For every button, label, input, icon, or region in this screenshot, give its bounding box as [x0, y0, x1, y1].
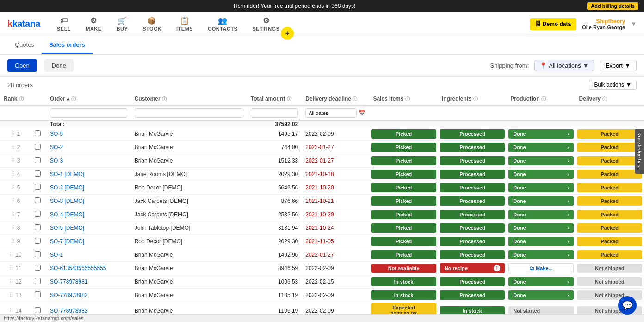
- order-link[interactable]: SO-1 [DEMO]: [50, 171, 84, 177]
- row-checkbox[interactable]: [35, 251, 41, 257]
- chevron-right-icon: ›: [567, 226, 569, 231]
- drag-handle-icon[interactable]: ⠿: [11, 158, 15, 164]
- row-checkbox[interactable]: [35, 291, 41, 297]
- settings-icon: ⚙: [263, 16, 270, 25]
- row-checkbox[interactable]: [35, 307, 41, 313]
- total-row: Total: 37592.02: [0, 121, 644, 128]
- deadline-filter-input[interactable]: [305, 108, 357, 118]
- customer-filter-input[interactable]: [135, 108, 243, 118]
- total-label-cell: [0, 121, 46, 128]
- tab-sales-orders[interactable]: Sales orders: [42, 37, 93, 54]
- order-link[interactable]: SO-5 [DEMO]: [50, 225, 84, 231]
- drag-handle-icon[interactable]: ⠿: [9, 265, 13, 271]
- drag-handle-icon[interactable]: ⠿: [11, 211, 15, 218]
- order-link[interactable]: SO-1: [50, 252, 63, 258]
- production-cell: Done›: [507, 127, 575, 141]
- order-link[interactable]: SO-2: [50, 144, 63, 151]
- sales-items-badge: Picked: [371, 196, 436, 206]
- nav-settings[interactable]: ⚙ SETTINGS: [245, 13, 287, 35]
- table-row: ⠿4 SO-1 [DEMO] Jane Rooms [DEMO] 2029.30…: [0, 168, 644, 181]
- drag-handle-icon[interactable]: ⠿: [11, 225, 15, 231]
- row-checkbox[interactable]: [35, 238, 41, 244]
- amount-filter-input[interactable]: [251, 108, 298, 118]
- nav-make[interactable]: ⚙ MAKE: [78, 13, 109, 35]
- row-checkbox[interactable]: [35, 197, 41, 203]
- production-badge: Done›: [508, 183, 573, 192]
- drag-handle-icon[interactable]: ⠿: [9, 308, 13, 314]
- drag-handle-icon[interactable]: ⠿: [11, 238, 15, 245]
- drag-handle-icon[interactable]: ⠿: [11, 198, 15, 204]
- drag-handle-icon[interactable]: ⠿: [11, 131, 15, 137]
- nav-settings-label: SETTINGS: [252, 26, 279, 32]
- nav-sell[interactable]: 🏷 SELL: [50, 13, 78, 35]
- order-link[interactable]: SO-5: [50, 131, 63, 137]
- drag-handle-icon[interactable]: ⠿: [11, 144, 15, 151]
- row-checkbox[interactable]: [35, 224, 41, 230]
- row-checkbox[interactable]: [35, 211, 41, 217]
- drag-handle-icon[interactable]: ⠿: [11, 171, 15, 177]
- sales-items-cell: Picked: [369, 235, 438, 248]
- order-link[interactable]: SO-613543555555555: [50, 265, 106, 271]
- order-filter-input[interactable]: [50, 108, 127, 118]
- nav-contacts[interactable]: 👥 CONTACTS: [200, 13, 245, 35]
- add-billing-button[interactable]: Add billing details: [587, 2, 638, 10]
- ingredients-header: Ingredients ⓘ: [438, 93, 507, 106]
- drag-handle-icon[interactable]: ⠿: [9, 292, 13, 298]
- order-link[interactable]: SO-3: [50, 158, 63, 164]
- chevron-right-icon: ›: [567, 253, 569, 258]
- drag-handle-icon[interactable]: ⠿: [11, 184, 15, 191]
- production-cell: Done›: [507, 181, 575, 195]
- order-cell: SO-1 [DEMO]: [46, 168, 131, 181]
- demo-data-button[interactable]: 🗄 Demo data: [530, 18, 576, 30]
- order-cell: SO-2: [46, 141, 131, 154]
- production-cell: Done›: [507, 168, 575, 181]
- row-checkbox[interactable]: [35, 265, 41, 271]
- row-checkbox[interactable]: [35, 144, 41, 150]
- tab-quotes[interactable]: Quotes: [7, 37, 42, 54]
- knowledge-base-tab[interactable]: Knowledge base: [635, 129, 644, 174]
- nav-sell-label: SELL: [57, 26, 71, 32]
- row-checkbox[interactable]: [35, 278, 41, 284]
- deadline-cell: 2021-11-05: [302, 235, 369, 248]
- row-checkbox[interactable]: [35, 184, 41, 190]
- delivery-cell: Packed: [576, 154, 644, 168]
- order-link[interactable]: SO-778978982: [50, 292, 87, 298]
- deadline-value: 2022-02-09: [305, 265, 334, 271]
- row-checkbox[interactable]: [35, 130, 41, 136]
- drag-handle-icon[interactable]: ⠿: [9, 252, 13, 258]
- chat-button[interactable]: 💬: [618, 296, 637, 315]
- checkbox-cell: [31, 141, 46, 154]
- row-checkbox[interactable]: [35, 170, 41, 177]
- order-link[interactable]: SO-778978983: [50, 308, 87, 314]
- drag-handle-icon[interactable]: ⠿: [9, 278, 13, 285]
- open-tab-button[interactable]: Open: [7, 59, 37, 72]
- production-badge: Done›: [508, 223, 573, 233]
- table-header-row: Rank ⓘ Order # ⓘ Customer ⓘ Total amount…: [0, 93, 644, 106]
- production-badge[interactable]: 🗂 Make...: [508, 263, 573, 273]
- delivery-badge: Not shipped: [577, 277, 642, 286]
- trial-banner: Reminder! Your free trial period ends in…: [0, 0, 644, 12]
- done-tab-button[interactable]: Done: [44, 59, 74, 72]
- delivery-cell: Packed: [576, 208, 644, 221]
- sales-items-cell: Picked: [369, 141, 438, 154]
- nav-items[interactable]: 📋 ITEMS: [169, 13, 200, 35]
- logo[interactable]: kkatana: [7, 19, 40, 29]
- production-cell: Done›: [507, 248, 575, 262]
- nav-buy[interactable]: 🛒 BUY: [109, 13, 136, 35]
- order-link[interactable]: SO-3 [DEMO]: [50, 198, 84, 204]
- user-name: Olie Ryan-George: [582, 25, 625, 30]
- export-button[interactable]: Export ▼: [600, 60, 637, 71]
- all-locations-button[interactable]: 📍 All locations ▼: [534, 60, 594, 71]
- bulk-actions-button[interactable]: Bulk actions ▼: [589, 80, 637, 90]
- order-link[interactable]: SO-7 [DEMO]: [50, 238, 84, 245]
- row-checkbox[interactable]: [35, 157, 41, 163]
- order-link[interactable]: SO-778978981: [50, 278, 87, 285]
- order-link[interactable]: SO-2 [DEMO]: [50, 184, 84, 191]
- chevron-down-icon[interactable]: ▼: [631, 20, 637, 27]
- orders-table-wrapper[interactable]: Rank ⓘ Order # ⓘ Customer ⓘ Total amount…: [0, 93, 644, 322]
- nav-make-label: MAKE: [86, 26, 101, 32]
- nav-stock[interactable]: 📦 STOCK: [135, 13, 169, 35]
- main-navbar: kkatana 🏷 SELL ⚙ MAKE 🛒 BUY 📦 STOCK 📋 IT…: [0, 12, 644, 36]
- delivery-badge: Not shipped: [577, 264, 642, 273]
- order-link[interactable]: SO-4 [DEMO]: [50, 211, 84, 218]
